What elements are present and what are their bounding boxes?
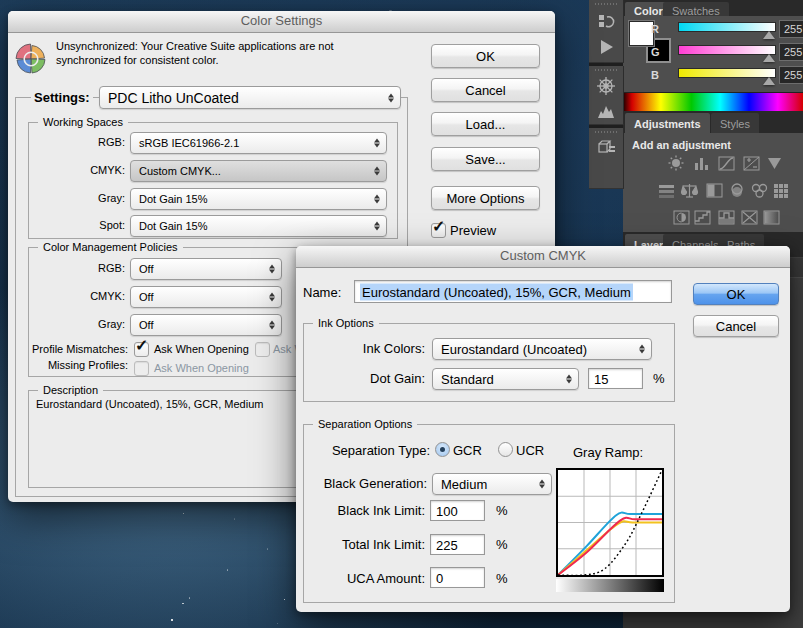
dock-group-2 [589,66,624,125]
ws-spot-label: Spot: [45,219,125,232]
color-settings-titlebar[interactable]: Color Settings [8,11,555,33]
ask-when-pasting-checkbox[interactable] [255,342,270,357]
threshold-icon[interactable] [717,209,736,226]
dot-gain-value-field[interactable]: 15 [588,368,643,389]
navigator-icon[interactable] [596,76,616,96]
cmp-cmyk-label: CMYK: [45,290,125,303]
ucr-radio[interactable] [498,442,513,457]
missing-profiles-label: Missing Profiles: [18,359,128,372]
cmp-gray-dropdown[interactable]: Off [130,314,282,336]
ink-colors-dropdown[interactable]: Eurostandard (Uncoated) [432,338,652,360]
ask-when-opening-label: Ask When Opening [154,343,249,356]
black-generation-label: Black Generation: [305,476,427,491]
gradient-map-icon[interactable] [740,209,759,226]
ws-cmyk-dropdown[interactable]: Custom CMYK... [130,160,387,182]
photo-filter-icon[interactable] [728,182,747,199]
ws-rgb-dropdown[interactable]: sRGB IEC61966-2.1 [130,132,387,154]
ask-when-opening-checkbox[interactable]: ✓ [134,342,149,357]
hue-saturation-icon[interactable] [657,182,676,199]
dock-group-1 [589,0,624,63]
ws-gray-label: Gray: [45,192,125,205]
cmp-gray-label: Gray: [45,318,125,331]
invert-icon[interactable] [672,209,691,226]
ws-cmyk-label: CMYK: [45,164,125,177]
total-ink-limit-field[interactable]: 225 [430,534,485,555]
panel-grip[interactable] [595,131,617,133]
preview-checkbox[interactable]: ✓ [431,223,446,238]
collapsed-panel-strip [589,0,623,188]
uca-amount-field[interactable]: 0 [430,567,485,588]
policies-legend: Color Management Policies [38,241,183,254]
cmyk-cancel-button[interactable]: Cancel [693,315,779,337]
exposure-icon[interactable] [742,155,761,172]
custom-cmyk-titlebar[interactable]: Custom CMYK [296,246,790,268]
gcr-radio[interactable] [435,442,450,457]
color-balance-icon[interactable] [680,182,699,199]
separation-type-label: Separation Type: [310,443,430,458]
name-label: Name: [303,285,341,300]
photoshop-color-settings-screen: { "color_settings": { "title": "Color Se… [0,0,803,628]
gcr-label: GCR [453,443,482,458]
ws-rgb-label: RGB: [45,136,125,149]
gray-ramp-chart [556,468,664,577]
cancel-button[interactable]: Cancel [431,78,540,102]
missing-ask-label: Ask When Opening [154,362,249,375]
settings-dropdown[interactable]: PDC Litho UnCoated [99,86,401,109]
description-legend: Description [38,384,103,397]
unsync-warning-line2: synchronized for consistent color. [56,54,219,67]
ucr-label: UCR [516,443,544,458]
black-ink-percent: % [496,503,508,518]
levels-icon[interactable] [692,155,711,172]
posterize-icon[interactable] [693,209,712,226]
custom-cmyk-dialog: Custom CMYK Name: Eurostandard (Uncoated… [296,246,790,612]
color-lookup-icon[interactable] [772,182,791,199]
panel-grip[interactable] [595,69,617,71]
dot-gain-label: Dot Gain: [305,371,425,386]
actions-icon[interactable] [596,37,616,57]
separation-options-legend: Separation Options [313,418,417,431]
total-ink-limit-label: Total Ink Limit: [305,537,425,552]
histogram-icon[interactable] [596,101,616,121]
load-button[interactable]: Load... [431,112,540,136]
brightness-contrast-icon[interactable] [667,155,686,172]
save-button[interactable]: Save... [431,147,540,171]
vibrance-icon[interactable] [765,155,784,172]
ok-button[interactable]: OK [431,44,540,68]
ink-colors-label: Ink Colors: [305,341,425,356]
cmp-rgb-label: RGB: [45,262,125,275]
creative-suite-color-icon [14,42,48,76]
black-ink-limit-field[interactable]: 100 [430,500,485,521]
ink-options-group: Ink Options [303,323,675,402]
gray-ramp-label: Gray Ramp: [573,445,643,460]
missing-ask-checkbox[interactable] [134,361,149,376]
dot-gain-dropdown[interactable]: Standard [432,368,579,390]
uca-percent: % [496,571,508,586]
more-options-button[interactable]: More Options [431,186,540,210]
black-white-icon[interactable] [705,182,724,199]
panel-grip[interactable] [595,3,617,5]
uca-amount-label: UCA Amount: [305,571,425,586]
selective-color-icon[interactable] [762,209,781,226]
gray-ramp-gradient-bar [556,579,664,592]
3d-icon[interactable] [596,138,616,158]
history-icon[interactable] [596,12,616,32]
dot-gain-percent: % [653,371,665,386]
ws-gray-dropdown[interactable]: Dot Gain 15% [130,188,387,210]
dock-group-3 [589,128,624,189]
black-generation-dropdown[interactable]: Medium [432,473,552,495]
settings-label: Settings: [31,90,93,105]
total-ink-percent: % [496,537,508,552]
black-ink-limit-label: Black Ink Limit: [305,503,425,518]
preview-label: Preview [450,223,496,238]
cmp-rgb-dropdown[interactable]: Off [130,258,282,280]
unsync-warning-line1: Unsynchronized: Your Creative Suite appl… [56,40,334,53]
profile-mismatches-label: Profile Mismatches: [18,343,128,356]
channel-mixer-icon[interactable] [750,182,769,199]
ink-options-legend: Ink Options [313,317,379,330]
ws-spot-dropdown[interactable]: Dot Gain 15% [130,215,387,237]
working-spaces-legend: Working Spaces [38,116,128,129]
cmyk-ok-button[interactable]: OK [693,283,779,305]
name-field[interactable]: Eurostandard (Uncoated), 15%, GCR, Mediu… [354,280,672,303]
curves-icon[interactable] [717,155,736,172]
cmp-cmyk-dropdown[interactable]: Off [130,286,282,308]
